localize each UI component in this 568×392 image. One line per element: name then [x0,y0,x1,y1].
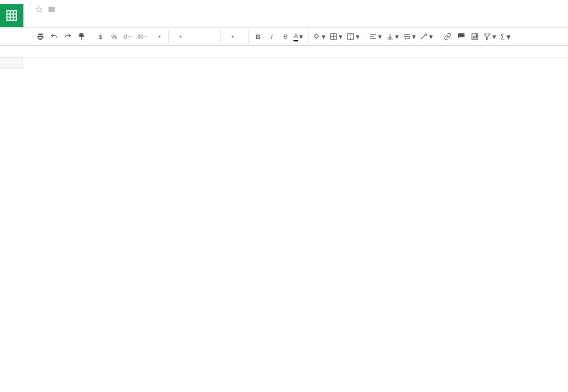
toolbar: $ % .0← .00→ ▼ ▼ ▼ B I S A▼ ▼ ▼ ▼ ▼ ▼ ▼ … [0,27,568,46]
text-rotation-button[interactable]: ▼ [420,31,434,42]
svg-rect-20 [473,37,474,38]
insert-chart-icon[interactable] [470,31,480,42]
functions-icon[interactable]: Σ▼ [500,31,512,42]
undo-icon[interactable] [49,31,59,42]
more-formats-dropdown[interactable]: ▼ [152,34,164,40]
svg-marker-5 [36,6,42,12]
increase-decimal-button[interactable]: .00→ [136,31,149,42]
font-family-dropdown[interactable]: ▼ [173,34,216,40]
merge-cells-button[interactable]: ▼ [347,31,361,42]
decrease-decimal-button[interactable]: .0← [122,31,133,42]
formula-bar [0,46,568,57]
menu-bar [30,16,563,20]
svg-marker-23 [484,34,490,40]
text-color-button[interactable]: A▼ [294,31,304,42]
italic-button[interactable]: I [266,31,277,42]
vertical-align-button[interactable]: ▼ [386,31,400,42]
svg-rect-21 [475,35,476,38]
text-wrap-button[interactable]: ▼ [403,31,417,42]
font-size-dropdown[interactable]: ▼ [225,34,244,40]
print-icon[interactable] [35,31,46,42]
fill-color-button[interactable]: ▼ [313,31,327,42]
svg-rect-0 [7,11,17,20]
strikethrough-button[interactable]: S [280,31,291,42]
sheets-app-icon[interactable] [0,4,23,27]
filter-icon[interactable]: ▼ [483,31,497,42]
formula-input[interactable] [22,46,568,57]
redo-icon[interactable] [62,31,73,42]
app-header [0,0,568,27]
horizontal-align-button[interactable]: ▼ [369,31,383,42]
star-icon[interactable] [35,5,43,15]
select-all-corner[interactable] [0,57,22,69]
folder-icon[interactable] [48,5,56,15]
svg-rect-22 [476,34,477,38]
format-currency-button[interactable]: $ [95,31,106,42]
bold-button[interactable]: B [253,31,263,42]
format-percent-button[interactable]: % [109,31,119,42]
insert-comment-icon[interactable] [456,31,467,42]
svg-line-18 [421,34,427,39]
borders-button[interactable]: ▼ [330,31,344,42]
insert-link-icon[interactable] [442,31,453,42]
paint-format-icon[interactable] [76,31,87,42]
spreadsheet-grid[interactable] [0,57,568,392]
